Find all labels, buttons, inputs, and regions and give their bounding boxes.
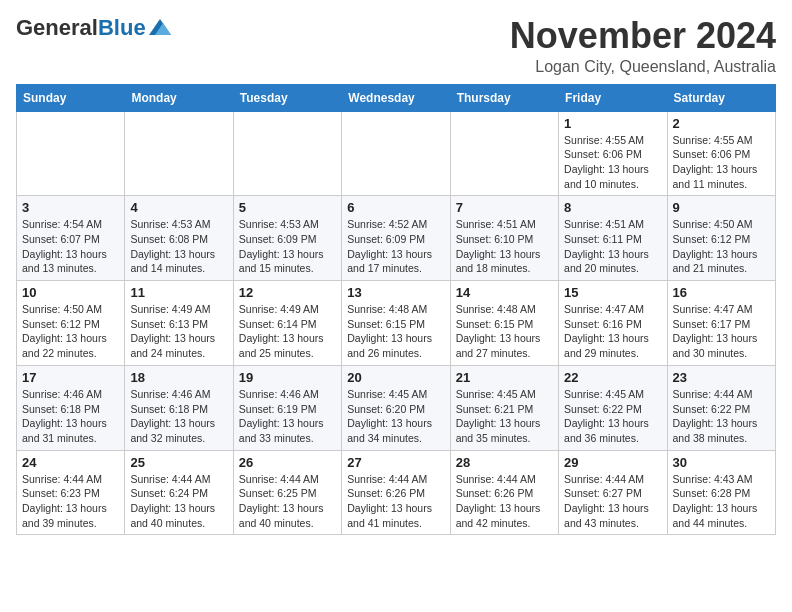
calendar-cell: 7Sunrise: 4:51 AM Sunset: 6:10 PM Daylig… [450,196,558,281]
day-info: Sunrise: 4:50 AM Sunset: 6:12 PM Dayligh… [673,217,770,276]
calendar-cell [125,111,233,196]
day-number: 5 [239,200,336,215]
calendar-cell: 24Sunrise: 4:44 AM Sunset: 6:23 PM Dayli… [17,450,125,535]
calendar-cell: 8Sunrise: 4:51 AM Sunset: 6:11 PM Daylig… [559,196,667,281]
calendar-cell: 14Sunrise: 4:48 AM Sunset: 6:15 PM Dayli… [450,281,558,366]
title-area: November 2024 Logan City, Queensland, Au… [510,16,776,76]
calendar-cell: 16Sunrise: 4:47 AM Sunset: 6:17 PM Dayli… [667,281,775,366]
calendar-cell: 25Sunrise: 4:44 AM Sunset: 6:24 PM Dayli… [125,450,233,535]
day-number: 12 [239,285,336,300]
day-number: 4 [130,200,227,215]
day-number: 23 [673,370,770,385]
day-info: Sunrise: 4:46 AM Sunset: 6:18 PM Dayligh… [22,387,119,446]
day-number: 26 [239,455,336,470]
calendar-cell: 6Sunrise: 4:52 AM Sunset: 6:09 PM Daylig… [342,196,450,281]
day-info: Sunrise: 4:51 AM Sunset: 6:10 PM Dayligh… [456,217,553,276]
weekday-header-monday: Monday [125,84,233,111]
logo-blue: Blue [98,15,146,40]
day-info: Sunrise: 4:44 AM Sunset: 6:22 PM Dayligh… [673,387,770,446]
calendar-cell: 2Sunrise: 4:55 AM Sunset: 6:06 PM Daylig… [667,111,775,196]
day-info: Sunrise: 4:51 AM Sunset: 6:11 PM Dayligh… [564,217,661,276]
weekday-header-friday: Friday [559,84,667,111]
day-number: 29 [564,455,661,470]
day-info: Sunrise: 4:53 AM Sunset: 6:08 PM Dayligh… [130,217,227,276]
calendar-week-row: 10Sunrise: 4:50 AM Sunset: 6:12 PM Dayli… [17,281,776,366]
day-number: 14 [456,285,553,300]
day-info: Sunrise: 4:45 AM Sunset: 6:22 PM Dayligh… [564,387,661,446]
calendar-cell: 11Sunrise: 4:49 AM Sunset: 6:13 PM Dayli… [125,281,233,366]
day-info: Sunrise: 4:53 AM Sunset: 6:09 PM Dayligh… [239,217,336,276]
calendar-cell [233,111,341,196]
day-info: Sunrise: 4:46 AM Sunset: 6:19 PM Dayligh… [239,387,336,446]
logo-general: General [16,15,98,40]
day-number: 11 [130,285,227,300]
day-info: Sunrise: 4:50 AM Sunset: 6:12 PM Dayligh… [22,302,119,361]
day-number: 2 [673,116,770,131]
calendar-week-row: 3Sunrise: 4:54 AM Sunset: 6:07 PM Daylig… [17,196,776,281]
day-info: Sunrise: 4:46 AM Sunset: 6:18 PM Dayligh… [130,387,227,446]
day-info: Sunrise: 4:55 AM Sunset: 6:06 PM Dayligh… [673,133,770,192]
calendar-cell: 9Sunrise: 4:50 AM Sunset: 6:12 PM Daylig… [667,196,775,281]
calendar-header-row: SundayMondayTuesdayWednesdayThursdayFrid… [17,84,776,111]
day-info: Sunrise: 4:45 AM Sunset: 6:21 PM Dayligh… [456,387,553,446]
day-number: 6 [347,200,444,215]
calendar-cell: 19Sunrise: 4:46 AM Sunset: 6:19 PM Dayli… [233,365,341,450]
weekday-header-thursday: Thursday [450,84,558,111]
day-info: Sunrise: 4:49 AM Sunset: 6:13 PM Dayligh… [130,302,227,361]
day-info: Sunrise: 4:54 AM Sunset: 6:07 PM Dayligh… [22,217,119,276]
calendar-cell: 18Sunrise: 4:46 AM Sunset: 6:18 PM Dayli… [125,365,233,450]
day-info: Sunrise: 4:44 AM Sunset: 6:27 PM Dayligh… [564,472,661,531]
day-info: Sunrise: 4:47 AM Sunset: 6:17 PM Dayligh… [673,302,770,361]
day-number: 17 [22,370,119,385]
day-number: 22 [564,370,661,385]
calendar-cell: 28Sunrise: 4:44 AM Sunset: 6:26 PM Dayli… [450,450,558,535]
logo-icon [149,19,171,35]
calendar-cell [17,111,125,196]
day-number: 24 [22,455,119,470]
calendar-cell: 29Sunrise: 4:44 AM Sunset: 6:27 PM Dayli… [559,450,667,535]
calendar-cell: 4Sunrise: 4:53 AM Sunset: 6:08 PM Daylig… [125,196,233,281]
day-number: 13 [347,285,444,300]
day-number: 10 [22,285,119,300]
day-info: Sunrise: 4:52 AM Sunset: 6:09 PM Dayligh… [347,217,444,276]
day-info: Sunrise: 4:44 AM Sunset: 6:25 PM Dayligh… [239,472,336,531]
day-number: 21 [456,370,553,385]
page-header: GeneralBlue November 2024 Logan City, Qu… [16,16,776,76]
day-number: 19 [239,370,336,385]
day-info: Sunrise: 4:44 AM Sunset: 6:26 PM Dayligh… [456,472,553,531]
calendar-cell: 10Sunrise: 4:50 AM Sunset: 6:12 PM Dayli… [17,281,125,366]
day-number: 18 [130,370,227,385]
weekday-header-wednesday: Wednesday [342,84,450,111]
calendar-week-row: 1Sunrise: 4:55 AM Sunset: 6:06 PM Daylig… [17,111,776,196]
day-number: 27 [347,455,444,470]
day-number: 3 [22,200,119,215]
calendar-week-row: 17Sunrise: 4:46 AM Sunset: 6:18 PM Dayli… [17,365,776,450]
calendar-cell: 23Sunrise: 4:44 AM Sunset: 6:22 PM Dayli… [667,365,775,450]
weekday-header-tuesday: Tuesday [233,84,341,111]
day-number: 16 [673,285,770,300]
location-title: Logan City, Queensland, Australia [510,58,776,76]
calendar-cell: 21Sunrise: 4:45 AM Sunset: 6:21 PM Dayli… [450,365,558,450]
day-info: Sunrise: 4:47 AM Sunset: 6:16 PM Dayligh… [564,302,661,361]
calendar-cell: 30Sunrise: 4:43 AM Sunset: 6:28 PM Dayli… [667,450,775,535]
calendar-cell: 12Sunrise: 4:49 AM Sunset: 6:14 PM Dayli… [233,281,341,366]
calendar-cell: 15Sunrise: 4:47 AM Sunset: 6:16 PM Dayli… [559,281,667,366]
day-number: 20 [347,370,444,385]
calendar-cell: 13Sunrise: 4:48 AM Sunset: 6:15 PM Dayli… [342,281,450,366]
day-number: 15 [564,285,661,300]
day-info: Sunrise: 4:44 AM Sunset: 6:23 PM Dayligh… [22,472,119,531]
weekday-header-saturday: Saturday [667,84,775,111]
calendar-week-row: 24Sunrise: 4:44 AM Sunset: 6:23 PM Dayli… [17,450,776,535]
calendar-cell: 20Sunrise: 4:45 AM Sunset: 6:20 PM Dayli… [342,365,450,450]
day-info: Sunrise: 4:55 AM Sunset: 6:06 PM Dayligh… [564,133,661,192]
day-info: Sunrise: 4:44 AM Sunset: 6:26 PM Dayligh… [347,472,444,531]
day-info: Sunrise: 4:43 AM Sunset: 6:28 PM Dayligh… [673,472,770,531]
calendar-cell [342,111,450,196]
calendar-cell: 1Sunrise: 4:55 AM Sunset: 6:06 PM Daylig… [559,111,667,196]
weekday-header-sunday: Sunday [17,84,125,111]
day-number: 9 [673,200,770,215]
calendar-cell: 26Sunrise: 4:44 AM Sunset: 6:25 PM Dayli… [233,450,341,535]
calendar-cell: 3Sunrise: 4:54 AM Sunset: 6:07 PM Daylig… [17,196,125,281]
calendar-cell: 5Sunrise: 4:53 AM Sunset: 6:09 PM Daylig… [233,196,341,281]
calendar-cell: 22Sunrise: 4:45 AM Sunset: 6:22 PM Dayli… [559,365,667,450]
